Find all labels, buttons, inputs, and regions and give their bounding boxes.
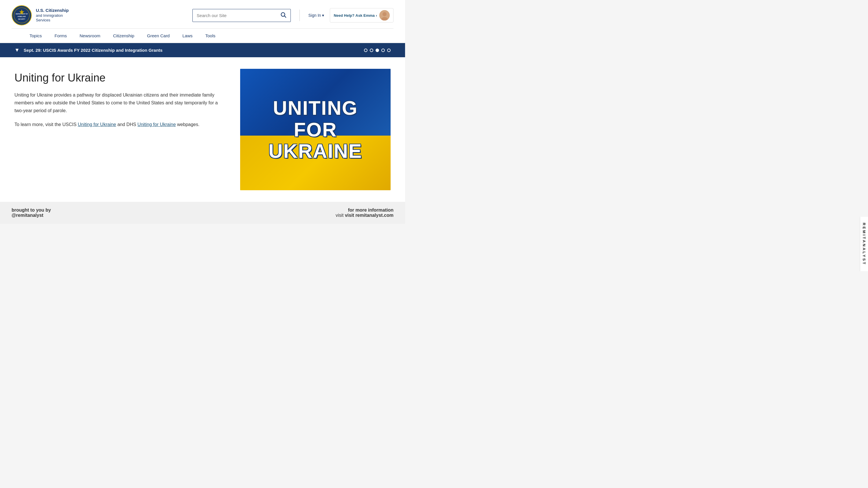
main-heading: Uniting for Ukraine xyxy=(14,72,223,84)
nav-link-forms[interactable]: Forms xyxy=(48,29,73,43)
search-icon[interactable] xyxy=(280,11,286,20)
ukraine-text-line3: UKRAINE xyxy=(269,140,362,162)
nav-item-tools[interactable]: Tools xyxy=(199,29,222,43)
banner-dot-5[interactable] xyxy=(387,48,391,52)
footer-right-line1: for more information xyxy=(348,207,394,213)
ukraine-text-line1: UNITING xyxy=(269,97,362,119)
footer-left-line2: @remitanalyst xyxy=(11,213,43,218)
ask-emma-link[interactable]: Ask Emma xyxy=(355,13,375,18)
nav-link-citizenship[interactable]: Citizenship xyxy=(107,29,141,43)
sign-in-button[interactable]: Sign In ▾ xyxy=(308,13,324,18)
ask-emma-avatar xyxy=(379,10,390,21)
nav-item-newsroom[interactable]: Newsroom xyxy=(73,29,107,43)
sign-in-label: Sign In xyxy=(308,13,321,18)
nav-item-laws[interactable]: Laws xyxy=(176,29,199,43)
agency-name-line3: Services xyxy=(36,18,69,23)
banner-dot-1[interactable] xyxy=(364,48,368,52)
banner-pagination xyxy=(364,48,391,52)
body2-suffix: webpages. xyxy=(177,122,199,127)
header-top: DEPARTMENT OF HOMELAND SECURITY U.S. Cit… xyxy=(11,0,394,28)
ask-emma-widget[interactable]: Need Help? Ask Emma › xyxy=(330,8,394,23)
nav-list: Topics Forms Newsroom Citizenship Green … xyxy=(11,29,394,43)
main-nav: Topics Forms Newsroom Citizenship Green … xyxy=(11,28,394,43)
banner-dot-3[interactable] xyxy=(376,48,379,52)
logo-area[interactable]: DEPARTMENT OF HOMELAND SECURITY U.S. Cit… xyxy=(11,5,69,26)
header-divider xyxy=(300,9,300,21)
footer-left-line1: brought to you by xyxy=(11,207,51,213)
nav-link-topics[interactable]: Topics xyxy=(23,29,48,43)
nav-link-greencard[interactable]: Green Card xyxy=(141,29,176,43)
content-right: UNITING FOR UKRAINE xyxy=(240,69,391,190)
nav-link-tools[interactable]: Tools xyxy=(199,29,222,43)
body2-middle: and DHS xyxy=(118,122,136,127)
ask-emma-arrow: › xyxy=(376,13,377,18)
ask-emma-prefix: Need Help? xyxy=(334,13,354,18)
footer-right-line2: visit remitanalyst.com xyxy=(345,213,394,218)
banner-dot-4[interactable] xyxy=(381,48,385,52)
ukraine-text-overlay: UNITING FOR UKRAINE xyxy=(269,97,362,162)
content-left: Uniting for Ukraine Uniting for Ukraine … xyxy=(14,69,223,134)
footer-left: brought to you by @remitanalyst xyxy=(11,207,51,218)
banner-dot-2[interactable] xyxy=(370,48,373,52)
body2-prefix: To learn more, visit the USCIS xyxy=(14,122,76,127)
search-bar[interactable] xyxy=(192,9,291,22)
svg-text:DEPARTMENT OF: DEPARTMENT OF xyxy=(16,13,28,15)
main-body-paragraph1: Uniting for Ukraine provides a pathway f… xyxy=(14,91,223,115)
header-right: Sign In ▾ Need Help? Ask Emma › xyxy=(192,8,394,23)
nav-item-topics[interactable]: Topics xyxy=(23,29,48,43)
banner-text: Sept. 29: USCIS Awards FY 2022 Citizensh… xyxy=(24,48,163,53)
uscis-ukraine-link[interactable]: Uniting for Ukraine xyxy=(78,122,116,127)
banner-collapse-icon[interactable]: ▼ xyxy=(14,47,20,53)
nav-link-laws[interactable]: Laws xyxy=(176,29,199,43)
banner-left: ▼ Sept. 29: USCIS Awards FY 2022 Citizen… xyxy=(14,47,163,53)
agency-name-line2: and Immigration xyxy=(36,13,69,18)
svg-point-0 xyxy=(12,5,31,25)
announcement-banner[interactable]: ▼ Sept. 29: USCIS Awards FY 2022 Citizen… xyxy=(0,43,405,57)
svg-point-9 xyxy=(382,12,386,16)
ukraine-text-line2: FOR xyxy=(269,119,362,140)
uscis-seal-icon: DEPARTMENT OF HOMELAND SECURITY xyxy=(11,5,32,26)
ukraine-graphic: UNITING FOR UKRAINE xyxy=(240,69,391,190)
nav-item-citizenship[interactable]: Citizenship xyxy=(107,29,141,43)
footer-watermark: brought to you by @remitanalyst for more… xyxy=(0,202,405,224)
nav-link-newsroom[interactable]: Newsroom xyxy=(73,29,107,43)
svg-text:SECURITY: SECURITY xyxy=(18,19,26,20)
footer-right: for more information visit visit remitan… xyxy=(336,207,394,218)
dhs-ukraine-link[interactable]: Uniting for Ukraine xyxy=(137,122,176,127)
ask-emma-text: Need Help? Ask Emma › xyxy=(334,13,377,18)
main-content: Uniting for Ukraine Uniting for Ukraine … xyxy=(0,57,405,202)
logo-text: U.S. Citizenship and Immigration Service… xyxy=(36,8,69,23)
main-body-paragraph2: To learn more, visit the USCIS Uniting f… xyxy=(14,121,223,128)
nav-item-greencard[interactable]: Green Card xyxy=(141,29,176,43)
header: DEPARTMENT OF HOMELAND SECURITY U.S. Cit… xyxy=(0,0,405,43)
agency-name-line1: U.S. Citizenship xyxy=(36,8,69,13)
sign-in-chevron-icon: ▾ xyxy=(322,13,324,18)
search-input[interactable] xyxy=(197,13,280,18)
svg-line-7 xyxy=(284,16,286,18)
nav-item-forms[interactable]: Forms xyxy=(48,29,73,43)
svg-text:HOMELAND: HOMELAND xyxy=(18,16,26,18)
